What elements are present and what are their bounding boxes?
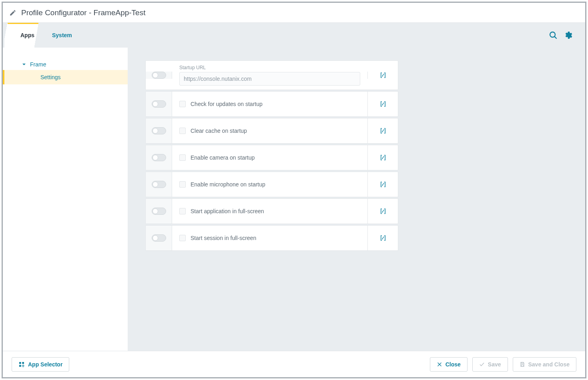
save-and-close-button[interactable]: Save and Close <box>513 357 577 372</box>
value-source-button[interactable] <box>367 118 398 143</box>
canvas: Startup URL Ch <box>128 48 585 351</box>
svg-rect-8 <box>521 364 523 366</box>
setting-row: Start application in full-screen <box>145 198 398 224</box>
value-source-button[interactable] <box>367 199 398 224</box>
checkbox-app-fullscreen[interactable] <box>179 208 186 214</box>
header: Profile Configurator - FrameApp-Test <box>3 3 585 23</box>
settings-list: Startup URL Ch <box>145 60 398 251</box>
setting-main: Enable camera on startup <box>172 145 367 170</box>
toggle-startup-url[interactable] <box>152 72 166 79</box>
page-title: Profile Configurator - FrameApp-Test <box>21 8 145 17</box>
toggle-clear-cache[interactable] <box>152 127 166 134</box>
checkbox-camera[interactable] <box>179 154 186 161</box>
startup-url-input[interactable] <box>179 72 360 86</box>
svg-line-1 <box>554 36 556 38</box>
title-suffix: FrameApp-Test <box>94 8 146 17</box>
svg-rect-2 <box>19 362 21 364</box>
toggle-camera[interactable] <box>152 154 166 161</box>
tab-band: Apps System <box>3 23 585 48</box>
sidebar-item-frame[interactable]: Frame <box>3 59 128 70</box>
tab-system-label: System <box>52 32 72 38</box>
toggle-check-updates[interactable] <box>152 100 166 108</box>
gear-eye-icon[interactable] <box>563 30 574 41</box>
setting-label: Check for updates on startup <box>191 101 263 107</box>
close-label: Close <box>446 361 461 368</box>
toggle-app-fullscreen[interactable] <box>152 208 166 215</box>
brackets-icon <box>379 181 387 188</box>
save-icon <box>520 362 525 367</box>
brackets-icon <box>379 127 387 134</box>
value-source-button[interactable] <box>367 72 398 79</box>
svg-rect-7 <box>521 362 523 363</box>
chevron-down-icon <box>22 62 26 66</box>
setting-label: Enable camera on startup <box>191 154 255 161</box>
brackets-icon <box>379 208 387 215</box>
toggle-cell <box>146 92 172 116</box>
setting-label: Enable microphone on startup <box>191 181 265 188</box>
value-source-button[interactable] <box>367 172 398 197</box>
brackets-icon <box>379 154 387 161</box>
checkbox-session-fullscreen[interactable] <box>179 235 186 241</box>
sidebar-item-settings-label: Settings <box>40 74 61 80</box>
brackets-icon <box>379 234 387 242</box>
setting-row: Enable microphone on startup <box>145 172 398 197</box>
sidebar: Frame Settings <box>3 48 128 351</box>
setting-main: Startup URL <box>172 61 367 90</box>
toggle-cell <box>146 226 172 250</box>
toggle-cell <box>146 118 172 143</box>
tab-apps[interactable]: Apps <box>12 23 43 48</box>
brackets-icon <box>379 72 387 79</box>
checkbox-clear-cache[interactable] <box>179 128 186 134</box>
sidebar-item-settings[interactable]: Settings <box>3 70 128 84</box>
setting-label: Start session in full-screen <box>191 235 256 241</box>
tabstrip: Apps System <box>3 23 81 48</box>
setting-main: Enable microphone on startup <box>172 172 367 197</box>
value-source-button[interactable] <box>367 226 398 250</box>
check-icon <box>479 362 485 367</box>
search-icon[interactable] <box>548 30 559 41</box>
toggle-cell <box>146 72 172 79</box>
toggle-microphone[interactable] <box>152 181 166 188</box>
window: Profile Configurator - FrameApp-Test App… <box>2 2 586 378</box>
edit-icon <box>9 9 16 16</box>
band-right-icons <box>548 30 574 41</box>
app-selector-label: App Selector <box>28 361 62 368</box>
apps-icon <box>18 361 25 368</box>
close-icon <box>437 362 442 367</box>
svg-rect-4 <box>19 365 21 367</box>
startup-url-label: Startup URL <box>179 65 360 70</box>
toggle-session-fullscreen[interactable] <box>152 234 166 242</box>
setting-row: Check for updates on startup <box>145 91 398 117</box>
footer: App Selector Close Save Save and Close <box>3 351 585 377</box>
close-button[interactable]: Close <box>430 357 468 372</box>
setting-main: Start session in full-screen <box>172 226 367 250</box>
app-selector-button[interactable]: App Selector <box>12 357 69 372</box>
tab-system[interactable]: System <box>43 23 81 48</box>
save-button[interactable]: Save <box>472 357 508 372</box>
sidebar-item-frame-label: Frame <box>30 61 46 68</box>
setting-label: Clear cache on startup <box>191 128 247 134</box>
tab-apps-label: Apps <box>20 32 34 38</box>
checkbox-check-updates[interactable] <box>179 101 186 107</box>
setting-main: Check for updates on startup <box>172 92 367 116</box>
value-source-button[interactable] <box>367 145 398 170</box>
setting-main: Start application in full-screen <box>172 199 367 224</box>
toggle-cell <box>146 199 172 224</box>
setting-row: Clear cache on startup <box>145 118 398 144</box>
svg-rect-3 <box>22 362 24 364</box>
toggle-cell <box>146 172 172 197</box>
setting-row: Start session in full-screen <box>145 225 398 251</box>
brackets-icon <box>379 100 387 108</box>
value-source-button[interactable] <box>367 92 398 116</box>
setting-main: Clear cache on startup <box>172 118 367 143</box>
title-prefix: Profile Configurator - <box>21 8 94 17</box>
setting-row-startup-url: Startup URL <box>145 60 398 90</box>
setting-label: Start application in full-screen <box>191 208 264 214</box>
checkbox-microphone[interactable] <box>179 181 186 188</box>
body: Frame Settings Startup URL <box>3 48 585 351</box>
toggle-cell <box>146 145 172 170</box>
save-label: Save <box>488 361 501 368</box>
setting-row: Enable camera on startup <box>145 145 398 170</box>
save-and-close-label: Save and Close <box>528 361 570 368</box>
